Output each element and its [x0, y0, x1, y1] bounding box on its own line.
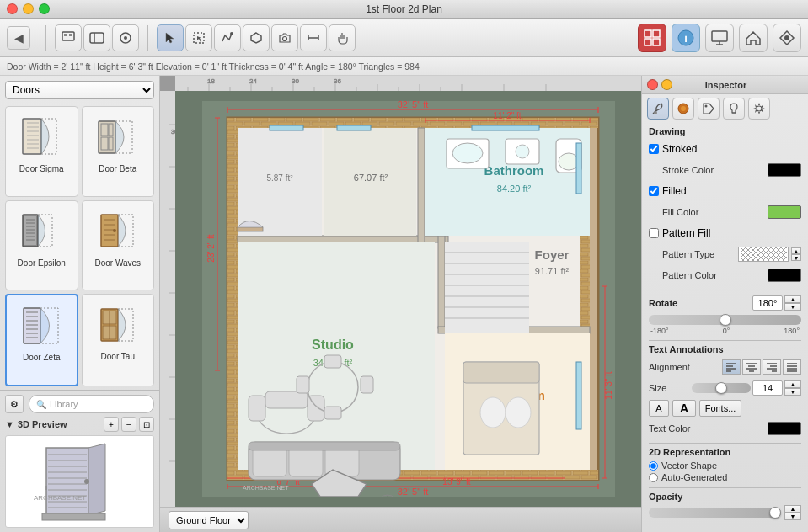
- hand-tool[interactable]: [329, 24, 356, 51]
- svg-rect-180: [324, 355, 341, 368]
- stroked-checkbox[interactable]: [649, 144, 659, 154]
- vector-radio[interactable]: [649, 461, 658, 471]
- inspector-tab-brush[interactable]: [647, 98, 669, 120]
- font-small-btn[interactable]: A: [649, 400, 669, 417]
- icon-tool-2[interactable]: [83, 24, 110, 51]
- rotate-slider[interactable]: [649, 315, 801, 325]
- measure-tool[interactable]: [300, 24, 327, 51]
- svg-rect-66: [46, 448, 88, 515]
- vector-radio-row: Vector Shape: [649, 460, 801, 471]
- sidebar-item-door-epsilon[interactable]: Door Epsilon: [5, 200, 78, 291]
- auto-radio[interactable]: [649, 473, 658, 482]
- svg-rect-16: [645, 39, 651, 45]
- rotate-down[interactable]: ▼: [784, 303, 801, 311]
- zoom-in-btn[interactable]: +: [104, 417, 119, 432]
- ruler-left: 30: [160, 91, 175, 507]
- search-box[interactable]: 🔍 Library: [29, 395, 154, 413]
- representation-section: 2D Representation Vector Shape Auto-Gene…: [649, 447, 801, 482]
- svg-rect-177: [265, 391, 308, 408]
- inspector-tab-gear[interactable]: [748, 98, 770, 120]
- pattern-type-up[interactable]: ▲: [791, 247, 801, 254]
- rotate-up[interactable]: ▲: [784, 295, 801, 303]
- fill-color-swatch[interactable]: [768, 205, 801, 219]
- pattern-type-swatch[interactable]: [738, 247, 789, 262]
- floor-plan: 32' 5" ft 11' 2" ft 23' 2" ft 11' 3: [202, 101, 615, 497]
- divider-4: [649, 487, 801, 488]
- door-epsilon-label: Door Epsilon: [18, 258, 66, 268]
- sidebar-item-door-waves[interactable]: Door Waves: [82, 200, 155, 291]
- size-slider[interactable]: [692, 383, 751, 393]
- category-select[interactable]: Doors Windows Stairs: [5, 81, 154, 99]
- size-value[interactable]: 14: [752, 380, 783, 396]
- pattern-color-swatch[interactable]: [768, 269, 801, 282]
- svg-text:i: i: [684, 32, 688, 45]
- size-down[interactable]: ▼: [784, 388, 801, 396]
- inspector-close[interactable]: [647, 79, 658, 90]
- text-color-swatch[interactable]: [768, 422, 801, 435]
- sidebar-item-door-beta[interactable]: Door Beta: [82, 106, 155, 197]
- size-stepper: ▲ ▼: [784, 380, 801, 396]
- settings-icon[interactable]: ⚙: [5, 395, 24, 413]
- svg-point-193: [559, 153, 579, 170]
- draw-tool[interactable]: [214, 24, 241, 51]
- svg-text:Studio: Studio: [312, 338, 354, 352]
- svg-rect-200: [270, 125, 303, 130]
- nav-icon[interactable]: [773, 24, 801, 52]
- opacity-up[interactable]: ▲: [784, 505, 801, 513]
- window-controls[interactable]: [7, 3, 50, 14]
- inspector-tab-circle[interactable]: [672, 98, 694, 120]
- grid-icon[interactable]: [638, 24, 666, 52]
- stroke-color-swatch[interactable]: [768, 163, 801, 177]
- size-up[interactable]: ▲: [784, 380, 801, 388]
- svg-point-8: [230, 32, 233, 35]
- align-right-btn[interactable]: [763, 359, 781, 375]
- pattern-fill-checkbox[interactable]: [649, 228, 659, 238]
- svg-rect-122: [227, 118, 238, 480]
- align-justify-btn[interactable]: [783, 359, 801, 375]
- inspector-minimize[interactable]: [661, 79, 672, 90]
- rotate-value[interactable]: 180°: [752, 295, 783, 311]
- maximize-button[interactable]: [39, 3, 50, 14]
- stroked-checkbox-container: Stroked: [649, 143, 697, 155]
- floor-select[interactable]: Ground Floor 1st Floor 2nd Floor: [169, 511, 249, 529]
- angle-min: -180°: [650, 327, 669, 335]
- text-ann-title: Text Annotations: [649, 344, 801, 354]
- reset-view-btn[interactable]: ⊡: [139, 417, 154, 432]
- polygon-tool[interactable]: [243, 24, 270, 51]
- icon-tool-1[interactable]: [55, 24, 82, 51]
- svg-rect-14: [645, 30, 651, 37]
- sidebar-item-door-sigma[interactable]: Door Sigma: [5, 106, 78, 197]
- svg-rect-182: [297, 376, 309, 393]
- angle-labels: -180° 0° 180°: [649, 327, 801, 335]
- home-icon[interactable]: [739, 24, 768, 52]
- svg-marker-9: [251, 33, 261, 43]
- inspector-window-controls[interactable]: [647, 79, 672, 90]
- zoom-out-btn[interactable]: −: [121, 417, 136, 432]
- close-button[interactable]: [7, 3, 18, 14]
- align-left-btn[interactable]: [722, 359, 741, 375]
- svg-rect-220: [741, 247, 787, 261]
- minimize-button[interactable]: [23, 3, 34, 14]
- preview-header[interactable]: ▼ 3D Preview + − ⊡: [5, 417, 154, 432]
- monitor-icon[interactable]: [705, 24, 734, 52]
- select-tool[interactable]: [185, 24, 212, 51]
- info-icon[interactable]: i: [672, 24, 700, 52]
- category-dropdown[interactable]: Doors Windows Stairs: [5, 81, 154, 99]
- font-large-btn[interactable]: A: [672, 400, 696, 417]
- opacity-down[interactable]: ▼: [784, 513, 801, 520]
- pattern-type-down[interactable]: ▼: [791, 254, 801, 261]
- icon-tool-3[interactable]: [112, 24, 139, 51]
- filled-checkbox[interactable]: [649, 186, 659, 196]
- opacity-slider[interactable]: [649, 508, 781, 518]
- fonts-button[interactable]: Fonts...: [699, 400, 741, 417]
- sidebar-item-door-zeta[interactable]: Door Zeta: [5, 294, 78, 386]
- back-button[interactable]: ◀: [7, 26, 30, 50]
- inspector-tab-tag[interactable]: [698, 98, 720, 120]
- sidebar-item-door-tau[interactable]: Door Tau: [82, 294, 155, 386]
- svg-text:13' 9" ft: 13' 9" ft: [442, 477, 470, 487]
- camera-tool[interactable]: [271, 24, 298, 51]
- inspector-tab-lightbulb[interactable]: [723, 98, 745, 120]
- align-center-btn[interactable]: [742, 359, 761, 375]
- cursor-tool[interactable]: [157, 24, 184, 51]
- left-sidebar: Doors Windows Stairs: [0, 76, 160, 532]
